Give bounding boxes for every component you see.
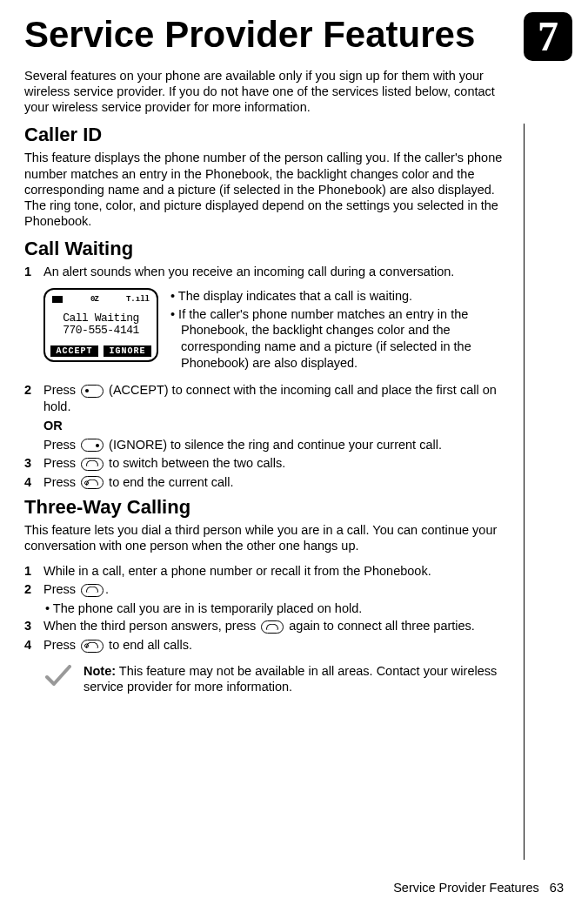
tw-step-2: 2 Press .: [24, 581, 511, 599]
three-way-heading: Three-Way Calling: [24, 496, 511, 519]
cw-step-1: 1 An alert sounds when you receive an in…: [24, 264, 511, 281]
intro-text: Several features on your phone are avail…: [24, 68, 511, 115]
end-key-icon: [81, 640, 104, 653]
cw-step-4: 4 Press to end the current call.: [24, 474, 511, 492]
softkey-ignore: IGNORE: [104, 345, 151, 357]
tw-step-1: 1 While in a call, enter a phone number …: [24, 563, 511, 580]
end-key-icon: [81, 476, 104, 489]
checkmark-icon: [45, 663, 71, 691]
call-waiting-heading: Call Waiting: [24, 238, 511, 260]
signal-icon: T.ıll: [126, 295, 150, 304]
talk-key-icon: [81, 458, 104, 471]
cw-step-3: 3 Press to switch between the two calls.: [24, 455, 511, 473]
screen-line2: 770-555-4141: [50, 325, 151, 337]
left-softkey-icon: [81, 385, 104, 398]
caller-id-heading: Caller ID: [24, 124, 511, 146]
softkey-accept: ACCEPT: [50, 345, 98, 357]
page-footer: Service Provider Features 63: [393, 881, 564, 895]
cw-step-2: 2 Press (ACCEPT) to connect with the inc…: [24, 382, 511, 453]
chapter-badge: 7: [524, 12, 572, 61]
caller-id-body: This feature displays the phone number o…: [24, 150, 511, 229]
right-rule: [524, 124, 525, 860]
battery-icon: [52, 296, 63, 303]
chapter-number: 7: [538, 16, 558, 57]
talk-key-icon: [81, 584, 104, 597]
right-softkey-icon: [81, 439, 104, 452]
tw-step-2-sub: The phone call you are in is temporarily…: [35, 600, 511, 617]
note: Note: This feature may not be available …: [45, 663, 511, 696]
phone-screen: 0Z T.ıll Call Waiting 770-555-4141 ACCEP…: [43, 288, 158, 363]
three-way-intro: This feature lets you dial a third perso…: [24, 522, 511, 553]
screen-line1: Call Waiting: [50, 312, 151, 325]
tw-step-4: 4 Press to end all calls.: [24, 637, 511, 654]
talk-key-icon: [261, 620, 284, 634]
status-mid: 0Z: [90, 295, 98, 304]
tw-step-3: 3 When the third person answers, press a…: [24, 618, 511, 635]
page-title: Service Provider Features: [24, 16, 511, 54]
cw-bullets: The display indicates that a call is wai…: [170, 288, 511, 373]
